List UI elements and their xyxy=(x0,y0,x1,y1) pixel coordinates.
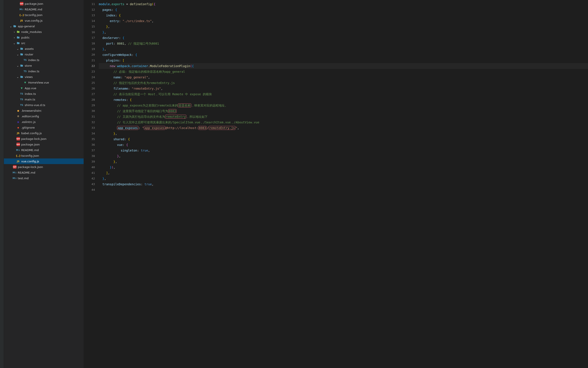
folder-item[interactable]: ⌄app-general xyxy=(4,23,84,29)
file-item[interactable]: ◉.eslintrc.js xyxy=(4,119,84,125)
code-line[interactable]: // 表示当前应用是一个 Host，可以引用 Remote 中 expose 的… xyxy=(99,91,588,97)
code-line[interactable]: plugins: [ xyxy=(99,58,588,63)
git-icon: ◆ xyxy=(17,126,20,129)
chevron-icon xyxy=(16,92,19,95)
code-line[interactable]: pages: { xyxy=(99,7,588,13)
file-item[interactable]: JSvue.config.js xyxy=(4,18,84,23)
code-line[interactable]: module.exports = defineConfig({ xyxy=(99,1,588,7)
file-item[interactable]: ◆.gitignore xyxy=(4,125,84,130)
md-icon: M↓ xyxy=(20,8,23,11)
code-line[interactable]: singleton: true, xyxy=(99,148,588,153)
folder-icon xyxy=(20,53,23,56)
folder-item[interactable]: ›node_modules xyxy=(4,29,84,35)
chevron-icon xyxy=(16,86,19,90)
code-content[interactable]: module.exports = defineConfig({ pages: {… xyxy=(99,0,588,368)
code-line[interactable]: new webpack.container.ModuleFederationPl… xyxy=(99,63,588,69)
chevron-icon: ⌄ xyxy=(16,64,19,67)
code-line[interactable]: remotes: { xyxy=(99,97,588,103)
line-number: 34 xyxy=(84,131,95,136)
chevron-icon xyxy=(13,120,16,124)
code-line[interactable]: }, xyxy=(99,24,588,29)
highlight-annotation: remoteEntry.js xyxy=(209,126,236,130)
code-line[interactable]: }, xyxy=(99,29,588,35)
code-line[interactable]: filename: "remoteEntry.js", xyxy=(99,86,588,91)
code-line[interactable]: // 引入完毕之后即可使用其暴露出来的/SpecialItem.vue，/Sea… xyxy=(99,120,588,125)
code-line[interactable] xyxy=(99,187,588,193)
line-number: 18 xyxy=(84,41,95,46)
file-item[interactable]: JSbabel.config.js xyxy=(4,130,84,136)
code-line[interactable]: }, xyxy=(99,159,588,165)
folder-icon xyxy=(17,36,20,39)
code-line[interactable]: name: "app_general", xyxy=(99,74,588,80)
file-label: vue.config.js xyxy=(21,160,39,163)
file-item[interactable]: ▼App.vue xyxy=(4,85,84,91)
folder-item[interactable]: ›public xyxy=(4,35,84,40)
file-item[interactable]: TSindex.ts xyxy=(4,68,84,74)
activity-bar[interactable] xyxy=(0,0,4,368)
line-number: 44 xyxy=(84,187,95,193)
json-icon: {‥} xyxy=(17,154,20,157)
code-line[interactable]: configureWebpack: { xyxy=(99,52,588,58)
code-line[interactable]: // 指定打包后的文件名为remoteEntry.js xyxy=(99,80,588,86)
chevron-icon xyxy=(16,103,19,107)
folder-item[interactable]: ⌄assets xyxy=(4,46,84,52)
file-item[interactable]: ●.browserslistrc xyxy=(4,108,84,113)
code-line[interactable]: index: { xyxy=(99,13,588,18)
code-line[interactable]: }, xyxy=(99,46,588,52)
file-item[interactable]: JSvue.config.js xyxy=(4,158,84,164)
line-number: 21 xyxy=(84,58,95,63)
ts-icon: TS xyxy=(23,58,27,62)
code-editor[interactable]: 1112131415161718192021222324252627282930… xyxy=(84,0,588,368)
code-line[interactable]: vue: { xyxy=(99,142,588,148)
line-number: 30 xyxy=(84,108,95,114)
file-item[interactable]: TSindex.ts xyxy=(4,91,84,97)
file-item[interactable]: ⚙.editorconfig xyxy=(4,113,84,119)
file-item[interactable]: ▼HomeView.vue xyxy=(4,80,84,85)
line-number: 37 xyxy=(84,148,95,153)
folder-item[interactable]: ⌄router xyxy=(4,52,84,57)
line-number: 24 xyxy=(84,74,95,80)
line-number: 16 xyxy=(84,29,95,35)
code-line[interactable]: }), xyxy=(99,165,588,170)
file-item[interactable]: npmpackage.json xyxy=(4,142,84,147)
folder-icon xyxy=(17,41,20,45)
code-line[interactable]: ], xyxy=(99,170,588,176)
folder-item[interactable]: ⌄views xyxy=(4,74,84,80)
folder-item[interactable]: ⌄src xyxy=(4,40,84,46)
file-item[interactable]: TSmain.ts xyxy=(4,97,84,102)
file-item[interactable]: {‥}tsconfig.json xyxy=(4,153,84,158)
file-item[interactable]: M↓README.md xyxy=(4,170,84,175)
npm-icon: npm xyxy=(20,2,23,5)
folder-icon xyxy=(20,47,23,50)
code-line[interactable]: // 又因为其打包后导出的文件名为remoteEntry，所以地址如下 xyxy=(99,114,588,120)
code-line[interactable]: // 必填: 指定输出的模块容器名称为app_general xyxy=(99,69,588,74)
file-item[interactable]: npmpackage-lock.json xyxy=(4,136,84,142)
code-line[interactable]: // app_exposes为之前我们remote出来的容器名称，映射其对应的远… xyxy=(99,103,588,108)
folder-item[interactable]: ⌄store xyxy=(4,63,84,68)
code-line[interactable]: port: 8081, // 指定端口号为8081 xyxy=(99,41,588,46)
file-item[interactable]: TSindex.ts xyxy=(4,57,84,63)
code-line[interactable]: transpileDependencies: true, xyxy=(99,181,588,187)
file-item[interactable]: npmpackage-lock.json xyxy=(4,164,84,170)
line-number: 39 xyxy=(84,159,95,165)
file-item[interactable]: M↓test.md xyxy=(4,175,84,181)
code-line[interactable]: shared: { xyxy=(99,136,588,142)
file-item[interactable]: TSshims-vue.d.ts xyxy=(4,102,84,108)
code-line[interactable]: }, xyxy=(99,176,588,181)
code-line[interactable]: }, xyxy=(99,153,588,159)
code-line[interactable]: }, xyxy=(99,131,588,136)
file-item[interactable]: npmpackage.json xyxy=(4,1,84,7)
code-line[interactable]: entry: "./src/index.ts", xyxy=(99,18,588,24)
md-icon: M↓ xyxy=(17,148,20,152)
line-number: 17 xyxy=(84,35,95,41)
file-item[interactable]: M↓README.md xyxy=(4,147,84,153)
file-item[interactable]: {‥}tsconfig.json xyxy=(4,12,84,18)
md-icon: M↓ xyxy=(13,176,17,180)
code-line[interactable]: // 这里我手动指定了项目的端口号为8083 xyxy=(99,108,588,114)
code-line[interactable]: devServer: { xyxy=(99,35,588,41)
file-explorer[interactable]: npmpackage.jsonM↓README.md{‥}tsconfig.js… xyxy=(4,0,84,368)
code-line[interactable]: app_exposes: "app_exposes@http://localho… xyxy=(99,125,588,131)
file-item[interactable]: M↓README.md xyxy=(4,7,84,12)
chevron-icon xyxy=(16,19,19,22)
chevron-icon: ⌄ xyxy=(16,47,19,50)
